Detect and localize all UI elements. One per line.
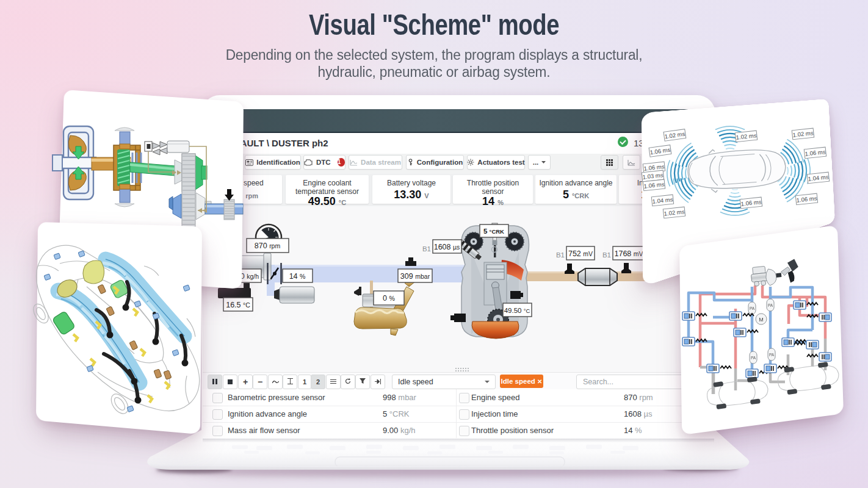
svg-text:1768 mV: 1768 mV: [614, 249, 643, 258]
svg-text:49.50 °C: 49.50 °C: [504, 307, 530, 314]
svg-text:14 %: 14 %: [289, 272, 306, 281]
svg-text:1608 µs: 1608 µs: [434, 243, 460, 251]
svg-text:5 °CRK: 5 °CRK: [483, 228, 504, 235]
svg-text:870 rpm: 870 rpm: [255, 242, 281, 250]
svg-text:B1: B1: [422, 245, 431, 253]
svg-text:16.5 °C: 16.5 °C: [226, 301, 250, 309]
svg-text:752 mV: 752 mV: [568, 249, 593, 258]
svg-text:B1: B1: [602, 251, 611, 259]
svg-text:309 mbar: 309 mbar: [400, 272, 430, 281]
svg-text:0 %: 0 %: [383, 294, 395, 303]
svg-text:B1: B1: [556, 251, 565, 259]
